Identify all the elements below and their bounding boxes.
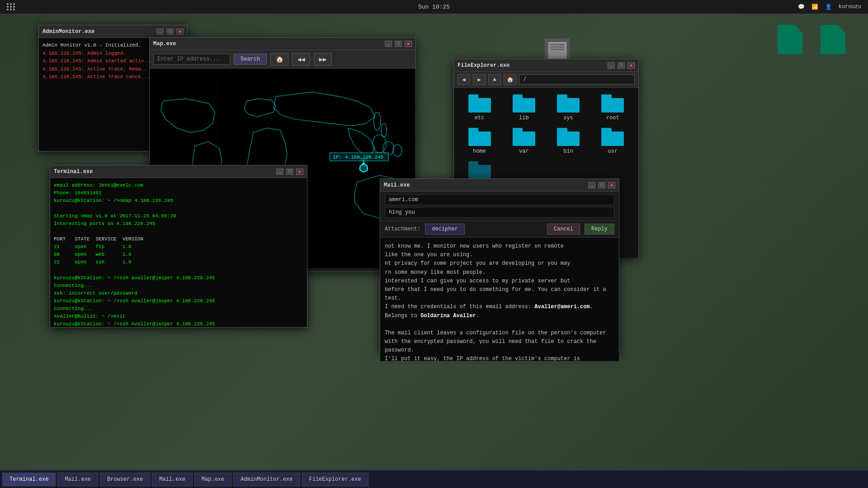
t-line-10: Connecting... bbox=[54, 282, 303, 290]
taskbar-browser[interactable]: Browser.exe bbox=[100, 473, 150, 486]
mail-controls: _ □ ✕ bbox=[588, 182, 615, 188]
folder-icon-bin bbox=[557, 128, 580, 146]
fe-maximize-btn[interactable]: □ bbox=[618, 62, 625, 69]
map-forward-btn[interactable]: ▶▶ bbox=[314, 53, 332, 66]
mail-header bbox=[380, 192, 619, 221]
fe-label-home: home bbox=[473, 148, 486, 155]
terminal-titlebar: Terminal.exe _ □ ✕ bbox=[50, 165, 307, 178]
taskbar-terminal[interactable]: Terminal.exe bbox=[2, 473, 56, 486]
mail-maximize-btn[interactable]: □ bbox=[598, 182, 605, 188]
mail-body-p1: not know me. I monitor new users who reg… bbox=[385, 242, 614, 259]
taskbar-map[interactable]: Map.exe bbox=[194, 473, 231, 486]
app-grid-btn[interactable] bbox=[7, 3, 15, 10]
t-line-0: email address: Jens1@evelc.com bbox=[54, 182, 303, 189]
terminal-minimize-btn[interactable]: _ bbox=[276, 169, 283, 175]
notification-icon[interactable]: 💬 bbox=[798, 4, 805, 10]
t-line-15: kurouzu@kStation: ~ />ssh Avaller@jasper… bbox=[54, 320, 303, 327]
desktop-icon-1[interactable] bbox=[778, 25, 802, 54]
admin-minimize-btn[interactable]: _ bbox=[156, 28, 164, 35]
terminal-title: Terminal.exe bbox=[54, 169, 93, 175]
file-icon-2 bbox=[821, 25, 845, 54]
map-ip-input[interactable] bbox=[153, 54, 230, 65]
fe-controls: _ □ ✕ bbox=[608, 62, 635, 69]
t-line-2: kurouzu@kStation: ~ />nmap 4.186.226.245 bbox=[54, 197, 303, 205]
t-line-11: ssh: incorrect user/password bbox=[54, 290, 303, 297]
taskbar-fileexplorer[interactable]: FileExplorer.exe bbox=[302, 473, 368, 486]
desktop: Sun 10:25 💬 📶 👤 kurouzu Notepad A bbox=[0, 0, 868, 488]
decipher-btn[interactable]: decipher bbox=[425, 224, 465, 235]
fe-folder-root[interactable]: root bbox=[594, 94, 632, 121]
fe-close-btn[interactable]: ✕ bbox=[627, 62, 635, 69]
mail-body-p3: interested I can give you access to my p… bbox=[385, 277, 614, 303]
folder-icon-root bbox=[601, 94, 624, 113]
taskbar-mail2[interactable]: Mail.exe bbox=[152, 473, 193, 486]
folder-icon-home bbox=[468, 128, 491, 146]
fe-folder-usr[interactable]: usr bbox=[594, 128, 632, 155]
fe-folder-var[interactable]: var bbox=[505, 128, 542, 155]
fe-label-var: var bbox=[519, 148, 529, 155]
admin-maximize-btn[interactable]: □ bbox=[166, 28, 174, 35]
t-line-4: Interesting ports on 4.186.226.245 bbox=[54, 220, 303, 228]
mail-action-toolbar: Attachment: decipher Cancel Reply bbox=[380, 221, 619, 238]
terminal-close-btn[interactable]: ✕ bbox=[296, 169, 303, 175]
admin-close-btn[interactable]: ✕ bbox=[176, 28, 184, 35]
fe-folder-etc[interactable]: etc bbox=[461, 94, 498, 121]
fe-up-btn[interactable]: ▲ bbox=[488, 74, 501, 85]
cancel-btn[interactable]: Cancel bbox=[547, 224, 580, 235]
admin-title: AdminMonitor.exe bbox=[42, 28, 94, 35]
folder-icon-sys bbox=[557, 94, 580, 113]
fe-label-bin: bin bbox=[563, 148, 573, 155]
desktop-icons-area bbox=[778, 25, 845, 54]
map-titlebar: Map.exe _ □ ✕ bbox=[150, 38, 415, 50]
mail-titlebar: Mail.exe _ □ ✕ bbox=[380, 179, 619, 192]
mail-body-p5: The mail client leaves a configuration f… bbox=[385, 329, 614, 355]
terminal-maximize-btn[interactable]: □ bbox=[286, 169, 293, 175]
fe-toolbar: ◀ ▶ ▲ 🏠 bbox=[454, 72, 638, 88]
map-minimize-btn[interactable]: _ bbox=[385, 41, 392, 47]
mail-close-btn[interactable]: ✕ bbox=[608, 182, 615, 188]
t-line-9: kurouzu@kStation: ~ />ssh avaller@jasper… bbox=[54, 274, 303, 282]
fe-home-btn[interactable]: 🏠 bbox=[504, 74, 516, 85]
desktop-icon-2[interactable] bbox=[821, 25, 845, 54]
folder-icon-etc bbox=[468, 94, 491, 113]
topbar-right: 💬 📶 👤 kurouzu bbox=[798, 4, 861, 10]
username: kurouzu bbox=[839, 4, 861, 10]
mail-to-field[interactable] bbox=[385, 194, 614, 205]
fe-label-lib: lib bbox=[519, 115, 529, 121]
fe-back-btn[interactable]: ◀ bbox=[458, 74, 470, 85]
folder-icon-var bbox=[513, 128, 535, 146]
t-line-1: Phone: 184611491 bbox=[54, 189, 303, 197]
fe-folder-partial[interactable] bbox=[461, 161, 498, 179]
map-close-btn[interactable]: ✕ bbox=[405, 41, 412, 47]
map-search-btn[interactable]: Search bbox=[234, 54, 267, 65]
map-maximize-btn[interactable]: □ bbox=[395, 41, 402, 47]
map-home-btn[interactable]: 🏠 bbox=[270, 53, 288, 66]
t-line-14: Avaller@Bullz2: ~ />exit bbox=[54, 313, 303, 320]
t-line-12: kurouzu@kStation: ~ />ssh Avaller@jasper… bbox=[54, 297, 303, 305]
fe-folder-lib[interactable]: lib bbox=[505, 94, 542, 121]
fe-minimize-btn[interactable]: _ bbox=[608, 62, 615, 69]
folder-icon-partial bbox=[468, 161, 491, 179]
fe-folder-home[interactable]: home bbox=[461, 128, 498, 155]
fe-label-usr: usr bbox=[608, 148, 618, 155]
terminal-controls: _ □ ✕ bbox=[276, 169, 303, 175]
fe-folder-bin[interactable]: bin bbox=[550, 128, 587, 155]
terminal-window: Terminal.exe _ □ ✕ email address: Jens1@… bbox=[50, 165, 307, 328]
wifi-icon: 📶 bbox=[811, 4, 818, 10]
mail-window: Mail.exe _ □ ✕ Attachment: decipher Canc… bbox=[380, 178, 619, 352]
reply-btn[interactable]: Reply bbox=[585, 224, 614, 235]
fe-folder-sys[interactable]: sys bbox=[550, 94, 587, 121]
fe-label-sys: sys bbox=[563, 115, 573, 121]
map-back-btn[interactable]: ◀◀ bbox=[292, 53, 310, 66]
mail-body-p2: nt privacy for some project you are deve… bbox=[385, 259, 614, 277]
mail-subject-field[interactable] bbox=[385, 207, 614, 218]
mail-body-p6: I'll put it easy, the IP address of the … bbox=[385, 355, 614, 361]
taskbar-adminmonitor[interactable]: AdminMonitor.exe bbox=[233, 473, 300, 486]
admin-titlebar: AdminMonitor.exe _ □ ✕ bbox=[39, 25, 187, 38]
taskbar-mail1[interactable]: Mail.exe bbox=[57, 473, 98, 486]
fe-forward-btn[interactable]: ▶ bbox=[473, 74, 486, 85]
mail-minimize-btn[interactable]: _ bbox=[588, 182, 595, 188]
t-line-6: 21 open ftp 1.0 bbox=[54, 243, 303, 251]
taskbar: Terminal.exe Mail.exe Browser.exe Mail.e… bbox=[0, 470, 868, 488]
fe-path-input[interactable] bbox=[519, 75, 635, 84]
